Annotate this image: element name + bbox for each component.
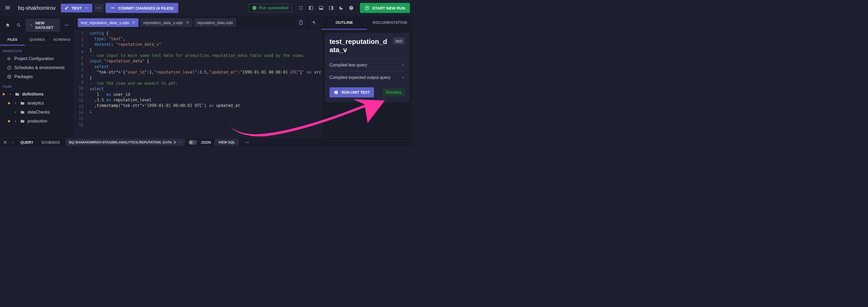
help-button[interactable]: ? <box>347 3 356 12</box>
svg-rect-6 <box>309 6 311 9</box>
svg-point-23 <box>245 142 246 143</box>
file-label: definitions <box>22 92 44 96</box>
file-tree-item-datachecks[interactable]: dataChecks <box>0 108 74 117</box>
rpanel-tab-documentation[interactable]: DOCUMENTATION <box>367 16 412 30</box>
check-circle-icon <box>334 90 339 95</box>
dataset-selector[interactable]: BQ-SHAKHOMIROV-STAGING.ANALYTICS.REPUTAT… <box>66 139 185 146</box>
dots-icon <box>245 140 249 145</box>
run-unit-label: RUN UNIT TEST <box>342 90 370 94</box>
file-tree-item-definitions[interactable]: definitions <box>0 90 74 99</box>
bottom-more-button[interactable] <box>243 138 251 147</box>
right-panel: OUTLINE DOCUMENTATION test_reputation_da… <box>321 16 412 138</box>
panel-left-icon <box>309 5 313 10</box>
dots-icon <box>96 5 101 10</box>
editor-tab-label: reputation_data.sqlx <box>197 20 233 25</box>
panel-left-button[interactable] <box>307 3 315 12</box>
outline-title: test_reputation_data_v <box>330 37 390 54</box>
panel-right-button[interactable] <box>327 3 336 12</box>
search-button[interactable] <box>14 21 23 30</box>
sidebar-tab-files[interactable]: FILES <box>0 34 25 46</box>
accordion-compiled-test[interactable]: Compiled test query <box>330 59 405 71</box>
editor-tab[interactable]: test_reputation_data_v.sqlx <box>78 18 138 27</box>
modified-dot <box>8 120 10 122</box>
new-dataset-button[interactable]: NEW DATASET <box>25 19 60 32</box>
accordion-compiled-expected[interactable]: Compiled expected output query <box>330 71 405 84</box>
run-unit-test-button[interactable]: RUN UNIT TEST <box>330 87 374 97</box>
chevron-down-icon <box>179 141 182 144</box>
commit-icon <box>110 5 115 10</box>
upload-icon <box>365 5 369 10</box>
project-name: bq-shakhomirov <box>15 5 59 11</box>
svg-text:?: ? <box>350 6 352 9</box>
dataset-label: BQ-SHAKHOMIROV-STAGING.ANALYTICS.REPUTAT… <box>69 140 176 144</box>
menu-button[interactable] <box>3 3 13 13</box>
type-badge: test <box>393 37 405 44</box>
test-button[interactable]: TEST <box>61 4 92 12</box>
svg-point-2 <box>100 8 100 8</box>
accordion-label: Compiled expected output query <box>330 75 390 80</box>
file-label: dataChecks <box>28 110 50 115</box>
search-icon <box>17 23 21 28</box>
svg-point-3 <box>112 7 113 9</box>
rpanel-tab-outline[interactable]: OUTLINE <box>321 16 367 30</box>
chevron-down-icon <box>84 6 89 10</box>
editor-file-button[interactable] <box>297 18 306 27</box>
svg-point-0 <box>97 8 98 8</box>
moon-icon <box>339 5 344 10</box>
files-heading: FILES <box>0 81 74 90</box>
new-dataset-label: NEW DATASET <box>35 21 56 30</box>
panel-bottom-button[interactable] <box>317 3 326 12</box>
file-tree-item-analytics[interactable]: analytics <box>0 99 74 108</box>
svg-rect-8 <box>319 8 323 10</box>
commit-button[interactable]: COMMIT CHANGES (4 FILES) <box>105 3 178 13</box>
close-icon[interactable] <box>186 21 189 24</box>
panel-right-icon <box>329 5 334 10</box>
home-button[interactable] <box>3 21 12 30</box>
svg-rect-10 <box>332 6 333 9</box>
home-icon <box>5 23 10 28</box>
expand-icon[interactable] <box>11 141 14 144</box>
sidebar-more-button[interactable] <box>62 21 71 30</box>
folder-icon <box>20 110 25 115</box>
json-label: JSON <box>201 140 211 144</box>
editor-tab[interactable]: reputation_data_v.sqlx <box>140 18 192 27</box>
shortcut-schedules[interactable]: Schedules & environments <box>0 63 74 72</box>
help-icon: ? <box>349 5 353 10</box>
editor-tab[interactable]: reputation_data.sqlx <box>194 18 236 27</box>
sidebar-tab-schemas[interactable]: SCHEMAS <box>50 34 74 46</box>
shortcut-project-config[interactable]: Project Configuration <box>0 54 74 63</box>
editor-tab-label: reputation_data_v.sqlx <box>143 20 183 25</box>
svg-point-22 <box>334 90 338 94</box>
file-tree-item-production[interactable]: production <box>0 117 74 126</box>
svg-point-18 <box>7 58 8 58</box>
pencil-icon <box>65 6 69 10</box>
bottom-bar: ✕ QUERY SCHEMAS BQ-SHAKHOMIROV-STAGING.A… <box>0 138 412 147</box>
editor-ai-button[interactable] <box>309 18 318 27</box>
plus-icon <box>30 23 33 27</box>
panel-bottom-icon <box>319 5 323 10</box>
fullscreen-button[interactable] <box>297 3 306 12</box>
sidebar: NEW DATASET FILES QUERIES SCHEMAS SHORTC… <box>0 16 74 138</box>
shortcut-label: Schedules & environments <box>14 65 65 70</box>
more-button[interactable] <box>94 3 103 12</box>
svg-point-19 <box>9 59 9 60</box>
accordion-label: Compiled test query <box>330 63 367 67</box>
code-area[interactable]: config { type: "test", dataset: "reputat… <box>86 29 321 138</box>
theme-button[interactable] <box>337 3 346 12</box>
bottom-close-button[interactable]: ✕ <box>3 139 7 145</box>
view-sql-button[interactable]: VIEW SQL <box>215 139 239 146</box>
bottom-tab-schemas[interactable]: SCHEMAS <box>39 138 62 147</box>
run-status-badge[interactable]: Run succeeded <box>248 4 292 12</box>
start-run-button[interactable]: START NEW RUN <box>360 3 410 13</box>
bottom-tab-query[interactable]: QUERY <box>18 138 35 147</box>
close-icon[interactable] <box>132 21 135 24</box>
clock-icon <box>7 65 12 70</box>
sidebar-tab-queries[interactable]: QUERIES <box>25 34 50 46</box>
fullscreen-icon <box>299 5 303 10</box>
shortcut-label: Project Configuration <box>14 56 54 61</box>
shortcut-packages[interactable]: Packages <box>0 72 74 81</box>
test-button-label: TEST <box>71 6 82 10</box>
json-toggle[interactable] <box>189 140 197 145</box>
svg-point-16 <box>66 25 67 26</box>
folder-icon <box>20 119 25 123</box>
